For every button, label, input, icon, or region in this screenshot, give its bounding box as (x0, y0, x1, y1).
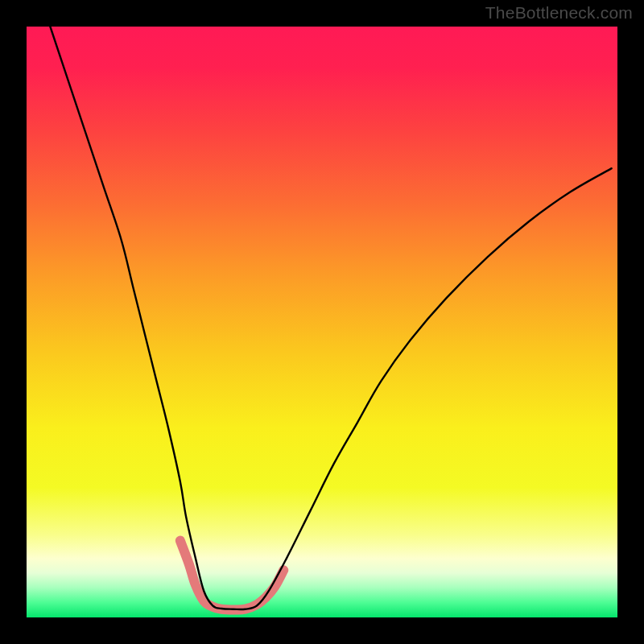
bottleneck-chart (0, 0, 644, 644)
watermark-text: TheBottleneck.com (485, 3, 633, 23)
chart-frame: TheBottleneck.com (0, 0, 644, 644)
plot-background (27, 27, 617, 617)
